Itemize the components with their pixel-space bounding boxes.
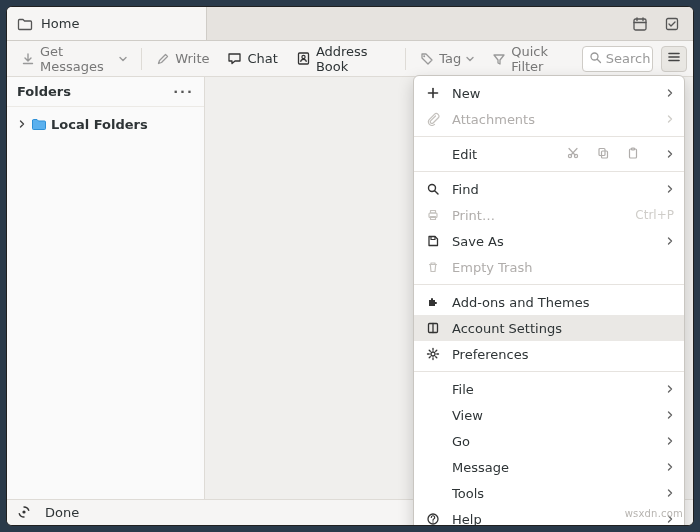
folder-pane-options-button[interactable]: ··· xyxy=(173,84,194,99)
activity-indicator-icon[interactable] xyxy=(17,505,33,521)
menu-item-attachments: Attachments xyxy=(414,106,684,132)
chevron-down-icon xyxy=(466,55,474,63)
save-icon xyxy=(424,234,442,248)
menu-label: Print… xyxy=(452,208,625,223)
search-input[interactable]: Search <C xyxy=(582,46,653,72)
svg-point-13 xyxy=(22,510,25,513)
chevron-right-icon xyxy=(662,411,674,419)
chat-icon xyxy=(227,51,242,66)
address-book-label: Address Book xyxy=(316,44,390,74)
tree-item-label: Local Folders xyxy=(51,117,148,132)
puzzle-icon xyxy=(424,295,442,309)
svg-line-38 xyxy=(436,357,437,358)
chevron-right-icon xyxy=(662,115,674,123)
menu-separator xyxy=(414,284,684,285)
paste-button[interactable] xyxy=(622,144,644,164)
tag-label: Tag xyxy=(439,51,461,66)
write-button[interactable]: Write xyxy=(148,47,217,70)
chevron-right-icon xyxy=(662,515,674,523)
status-text: Done xyxy=(45,505,79,520)
funnel-icon xyxy=(492,52,506,66)
chat-button[interactable]: Chat xyxy=(219,47,285,70)
menu-item-go[interactable]: Go xyxy=(414,428,684,454)
menu-item-save-as[interactable]: Save As xyxy=(414,228,684,254)
address-book-icon xyxy=(296,51,311,66)
menu-label: Attachments xyxy=(452,112,652,127)
chevron-right-icon xyxy=(662,489,674,497)
chevron-down-icon xyxy=(119,55,127,63)
tab-strip: Home xyxy=(7,7,693,41)
menu-label: Help xyxy=(452,512,652,527)
menu-accelerator: Ctrl+P xyxy=(635,208,674,222)
menu-item-view[interactable]: View xyxy=(414,402,684,428)
address-book-button[interactable]: Address Book xyxy=(288,40,398,78)
svg-point-6 xyxy=(302,55,305,58)
svg-point-7 xyxy=(423,55,425,57)
folder-icon xyxy=(31,116,47,132)
menu-label: View xyxy=(452,408,652,423)
svg-line-25 xyxy=(435,191,438,194)
folder-pane-title: Folders xyxy=(17,84,71,99)
chevron-right-icon xyxy=(662,385,674,393)
chevron-right-icon[interactable] xyxy=(662,150,674,158)
app-menu-button[interactable] xyxy=(661,46,687,72)
folder-pane-header: Folders ··· xyxy=(7,77,204,107)
menu-item-addons[interactable]: Add-ons and Themes xyxy=(414,289,684,315)
quick-filter-button[interactable]: Quick Filter xyxy=(484,40,580,78)
tasks-icon[interactable] xyxy=(659,12,685,36)
calendar-icon[interactable] xyxy=(627,12,653,36)
gear-icon xyxy=(424,347,442,361)
chevron-right-icon xyxy=(662,185,674,193)
tab-title: Home xyxy=(41,16,79,31)
tree-item-local-folders[interactable]: Local Folders xyxy=(11,113,200,135)
search-icon xyxy=(424,182,442,196)
menu-item-find[interactable]: Find xyxy=(414,176,684,202)
svg-line-39 xyxy=(429,357,430,358)
hamburger-icon xyxy=(667,50,681,67)
menu-separator xyxy=(414,136,684,137)
svg-rect-29 xyxy=(431,237,435,240)
quick-filter-label: Quick Filter xyxy=(511,44,572,74)
scissors-icon xyxy=(566,146,580,163)
tag-button[interactable]: Tag xyxy=(412,47,482,70)
menu-separator xyxy=(414,371,684,372)
search-placeholder: Search <C xyxy=(606,51,653,66)
svg-point-32 xyxy=(431,352,435,356)
pencil-icon xyxy=(156,52,170,66)
menu-item-account-settings[interactable]: Account Settings xyxy=(414,315,684,341)
svg-line-37 xyxy=(429,350,430,351)
menu-item-tools[interactable]: Tools xyxy=(414,480,684,506)
menu-item-help[interactable]: Help xyxy=(414,506,684,526)
menu-label: Account Settings xyxy=(452,321,674,336)
menu-label: Message xyxy=(452,460,652,475)
app-menu-popup: New Attachments Edit Find xyxy=(413,75,685,526)
menu-item-file[interactable]: File xyxy=(414,376,684,402)
main-toolbar: Get Messages Write Chat Address Book xyxy=(7,41,693,77)
menu-label: Go xyxy=(452,434,652,449)
menu-item-new[interactable]: New xyxy=(414,80,684,106)
menu-item-edit: Edit xyxy=(414,141,684,167)
app-window: Home Get Messages Write xyxy=(6,6,694,526)
svg-point-42 xyxy=(432,521,433,522)
help-icon xyxy=(424,512,442,526)
menu-label: New xyxy=(452,86,652,101)
menu-label: Add-ons and Themes xyxy=(452,295,674,310)
menu-item-message[interactable]: Message xyxy=(414,454,684,480)
copy-icon xyxy=(596,146,610,163)
menu-item-preferences[interactable]: Preferences xyxy=(414,341,684,367)
chat-label: Chat xyxy=(247,51,277,66)
printer-icon xyxy=(424,208,442,222)
download-icon xyxy=(21,52,35,66)
tab-home[interactable]: Home xyxy=(7,7,207,40)
svg-rect-4 xyxy=(667,18,678,29)
home-folder-icon xyxy=(17,16,33,32)
menu-item-empty-trash: Empty Trash xyxy=(414,254,684,280)
menu-label: Edit xyxy=(452,147,552,162)
get-messages-button[interactable]: Get Messages xyxy=(13,40,135,78)
clipboard-icon xyxy=(626,146,640,163)
cut-button[interactable] xyxy=(562,144,584,164)
chevron-right-icon xyxy=(17,120,27,128)
copy-button[interactable] xyxy=(592,144,614,164)
menu-label: File xyxy=(452,382,652,397)
account-settings-icon xyxy=(424,321,442,335)
